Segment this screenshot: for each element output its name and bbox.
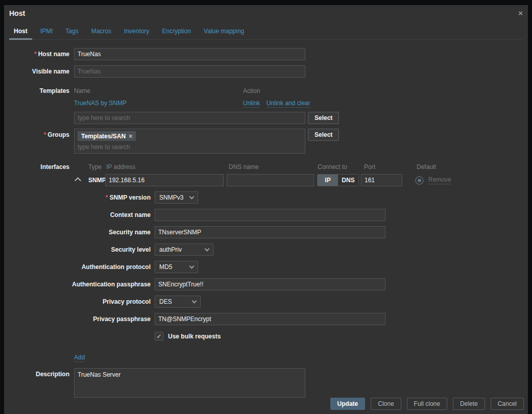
auth-protocol-select[interactable]: MD5 xyxy=(155,261,198,273)
host-form: *Host name Visible name Templates Name A… xyxy=(9,48,523,399)
col-type: Type xyxy=(88,161,105,173)
groups-multiselect[interactable]: Templates/SAN × type here to search xyxy=(74,129,305,154)
unlink-and-clear-button[interactable]: Unlink and clear xyxy=(267,100,310,108)
remove-interface-button[interactable]: Remove xyxy=(428,176,451,184)
visible-name-input[interactable] xyxy=(74,65,305,78)
group-chip-label: Templates/SAN xyxy=(81,133,126,140)
security-name-row: Security name xyxy=(9,226,523,238)
tab-inventory[interactable]: Inventory xyxy=(119,25,154,39)
dns-name-input[interactable] xyxy=(227,174,314,186)
context-name-label: Context name xyxy=(9,209,151,221)
cancel-button[interactable]: Cancel xyxy=(491,398,524,410)
tab-bar: Host IPMI Tags Macros Inventory Encrypti… xyxy=(9,25,523,40)
port-input[interactable] xyxy=(361,174,402,186)
snmp-version-label: *SNMP version xyxy=(9,191,151,204)
templates-col-name: Name xyxy=(74,85,243,97)
auth-protocol-value: MD5 xyxy=(159,263,172,271)
dialog-footer: Update Clone Full clone Delete Cancel xyxy=(330,398,524,410)
groups-row: *Groups Templates/SAN × type here to sea… xyxy=(9,129,523,154)
close-icon[interactable]: × xyxy=(518,9,523,17)
chip-remove-icon[interactable]: × xyxy=(129,133,132,140)
host-name-input[interactable] xyxy=(74,48,305,60)
security-level-select[interactable]: authPriv xyxy=(155,243,213,256)
snmp-version-select[interactable]: SNMPv3 xyxy=(155,191,198,204)
chevron-down-icon xyxy=(205,247,210,252)
templates-row: Templates Name Action TrueNAS by SNMP Un… xyxy=(9,85,523,124)
description-textarea[interactable]: TrueNas Server xyxy=(74,368,305,398)
auth-passphrase-label: Authentication passphrase xyxy=(9,278,151,290)
host-name-row: *Host name xyxy=(9,48,523,60)
tab-value-mapping[interactable]: Value mapping xyxy=(199,25,249,39)
interface-type: SNMP xyxy=(88,177,105,184)
tab-ipmi[interactable]: IPMI xyxy=(36,25,58,39)
auth-passphrase-row: Authentication passphrase xyxy=(9,278,523,290)
auth-protocol-label: Authentication protocol xyxy=(9,261,151,273)
privacy-passphrase-input[interactable] xyxy=(155,313,385,325)
privacy-protocol-row: Privacy protocol DES xyxy=(9,296,523,308)
privacy-protocol-value: DES xyxy=(159,298,172,305)
interfaces-label: Interfaces xyxy=(9,161,69,173)
add-interface-button[interactable]: Add xyxy=(74,354,85,362)
check-icon: ✓ xyxy=(156,333,161,340)
security-name-input[interactable] xyxy=(155,226,385,238)
ip-address-input[interactable] xyxy=(105,174,224,186)
host-name-label: *Host name xyxy=(9,48,69,60)
templates-col-action: Action xyxy=(243,85,260,97)
context-name-input[interactable] xyxy=(155,209,385,221)
privacy-protocol-label: Privacy protocol xyxy=(9,296,151,308)
visible-name-row: Visible name xyxy=(9,65,523,78)
required-asterisk: * xyxy=(44,131,46,138)
description-row: Description TrueNas Server xyxy=(9,368,523,399)
use-bulk-requests-checkbox[interactable]: ✓ xyxy=(155,332,163,340)
connect-dns-option[interactable]: DNS xyxy=(338,175,358,186)
groups-select-button[interactable]: Select xyxy=(308,129,339,141)
tab-host[interactable]: Host xyxy=(9,25,32,39)
snmp-version-value: SNMPv3 xyxy=(159,194,183,201)
interfaces-row: Interfaces Type IP address DNS name Conn… xyxy=(9,161,523,186)
chevron-down-icon xyxy=(192,299,197,304)
templates-header: Name Action xyxy=(74,85,339,97)
privacy-protocol-select[interactable]: DES xyxy=(155,296,201,308)
connect-to-toggle: IP DNS xyxy=(317,174,359,186)
required-asterisk: * xyxy=(106,194,108,201)
template-search-input[interactable] xyxy=(74,112,305,124)
security-level-row: Security level authPriv xyxy=(9,243,523,256)
template-select-button[interactable]: Select xyxy=(308,112,339,124)
collapse-chevron-icon[interactable] xyxy=(75,177,81,184)
linked-template-row: TrueNAS by SNMP Unlink Unlink and clear xyxy=(74,97,339,109)
col-connect-to: Connect to xyxy=(317,161,361,173)
groups-search-placeholder[interactable]: type here to search xyxy=(78,143,302,151)
privacy-passphrase-label: Privacy passphrase xyxy=(9,313,151,325)
tab-tags[interactable]: Tags xyxy=(61,25,83,39)
col-default: Default xyxy=(406,161,451,173)
default-interface-radio[interactable] xyxy=(415,176,424,185)
required-asterisk: * xyxy=(34,51,37,58)
security-level-label: Security level xyxy=(9,243,151,256)
snmp-details: *SNMP version SNMPv3 Context name Securi… xyxy=(9,191,523,340)
clone-button[interactable]: Clone xyxy=(371,398,401,410)
interfaces-header: Type IP address DNS name Connect to Port… xyxy=(74,161,451,173)
dialog-title: Host xyxy=(9,5,523,17)
chevron-down-icon xyxy=(189,264,195,269)
tab-macros[interactable]: Macros xyxy=(87,25,116,39)
auth-passphrase-input[interactable] xyxy=(155,278,385,290)
update-button[interactable]: Update xyxy=(330,398,366,410)
security-level-value: authPriv xyxy=(159,246,182,253)
context-name-row: Context name xyxy=(9,209,523,221)
templates-label: Templates xyxy=(9,85,69,97)
bulk-requests-row: ✓ Use bulk requests xyxy=(9,332,523,340)
col-ip-address: IP address xyxy=(105,161,227,173)
connect-ip-option[interactable]: IP xyxy=(318,175,338,186)
use-bulk-requests-label: Use bulk requests xyxy=(168,333,221,340)
full-clone-button[interactable]: Full clone xyxy=(407,398,447,410)
delete-button[interactable]: Delete xyxy=(453,398,485,410)
linked-template-link[interactable]: TrueNAS by SNMP xyxy=(74,100,127,107)
snmp-version-row: *SNMP version SNMPv3 xyxy=(9,191,523,204)
col-dns-name: DNS name xyxy=(227,161,317,173)
tab-encryption[interactable]: Encryption xyxy=(157,25,196,39)
col-port: Port xyxy=(361,161,406,173)
unlink-button[interactable]: Unlink xyxy=(243,100,260,108)
privacy-passphrase-row: Privacy passphrase xyxy=(9,313,523,325)
snmp-interface-row: SNMP IP DNS Remove xyxy=(74,174,451,186)
groups-label: *Groups xyxy=(9,129,69,141)
